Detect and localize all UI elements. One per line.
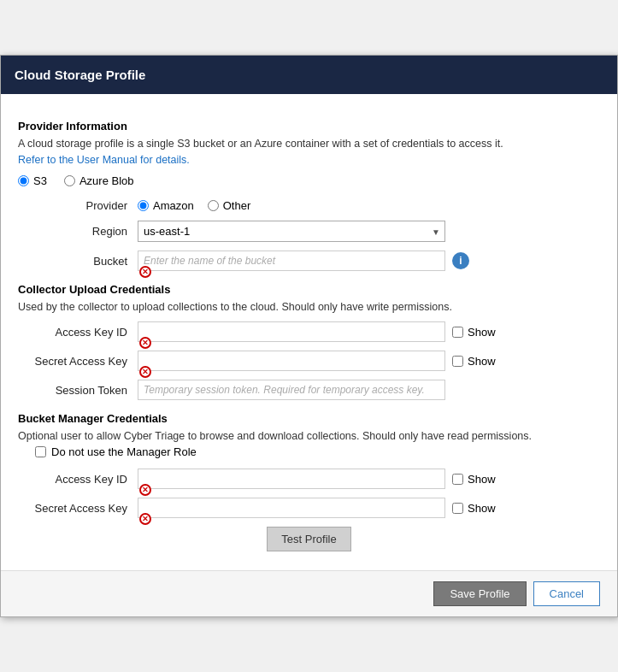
region-select-wrapper: us-east-1 us-east-2 us-west-1 us-west-2 … bbox=[138, 221, 445, 242]
manager-access-key-show-checkbox[interactable] bbox=[452, 474, 463, 485]
collector-secret-key-error-icon: ✕ bbox=[139, 366, 151, 378]
no-manager-row: Do not use the Manager Role bbox=[35, 445, 600, 458]
s3-radio-label[interactable]: S3 bbox=[18, 174, 47, 187]
region-label: Region bbox=[18, 225, 138, 238]
bucket-error-icon: ✕ bbox=[139, 266, 151, 278]
azure-radio[interactable] bbox=[64, 175, 75, 186]
manager-secret-key-error-icon: ✕ bbox=[139, 513, 151, 525]
save-profile-button[interactable]: Save Profile bbox=[433, 581, 526, 606]
no-manager-label[interactable]: Do not use the Manager Role bbox=[51, 445, 197, 458]
dialog-footer: Save Profile Cancel bbox=[1, 570, 617, 616]
manager-section: Bucket Manager Credentials Optional user… bbox=[18, 412, 600, 518]
amazon-radio[interactable] bbox=[138, 200, 149, 211]
collector-secret-key-wrapper: ✕ bbox=[138, 351, 445, 371]
region-row: Region us-east-1 us-east-2 us-west-1 us-… bbox=[18, 221, 600, 242]
manager-access-key-wrapper: ✕ bbox=[138, 469, 445, 489]
bucket-label: Bucket bbox=[18, 255, 138, 268]
test-profile-button[interactable]: Test Profile bbox=[267, 527, 350, 551]
manager-secret-key-label: Secret Access Key bbox=[18, 502, 138, 515]
collector-secret-key-show-group: Show bbox=[452, 355, 496, 368]
collector-access-key-show-label[interactable]: Show bbox=[468, 326, 496, 339]
manager-secret-key-input[interactable] bbox=[138, 498, 445, 518]
other-radio-label[interactable]: Other bbox=[208, 199, 251, 212]
collector-access-key-label: Access Key ID bbox=[18, 326, 138, 339]
session-token-wrapper bbox=[138, 380, 445, 400]
region-select[interactable]: us-east-1 us-east-2 us-west-1 us-west-2 … bbox=[138, 221, 445, 242]
azure-label: Azure Blob bbox=[79, 174, 134, 187]
collector-secret-key-label: Secret Access Key bbox=[18, 355, 138, 368]
test-profile-center: Test Profile bbox=[18, 527, 600, 551]
collector-secret-key-show-label[interactable]: Show bbox=[468, 355, 496, 368]
manager-access-key-label: Access Key ID bbox=[18, 473, 138, 486]
manager-secret-key-show-group: Show bbox=[452, 502, 496, 515]
manager-access-key-error-icon: ✕ bbox=[139, 484, 151, 496]
azure-radio-label[interactable]: Azure Blob bbox=[64, 174, 134, 187]
amazon-label: Amazon bbox=[153, 199, 194, 212]
manager-access-key-row: Access Key ID ✕ Show bbox=[18, 469, 600, 489]
provider-section: Provider Information A cloud storage pro… bbox=[18, 120, 600, 271]
manual-link[interactable]: Refer to the User Manual for details. bbox=[18, 154, 190, 166]
cancel-button[interactable]: Cancel bbox=[533, 581, 600, 606]
s3-label: S3 bbox=[33, 174, 47, 187]
session-token-input[interactable] bbox=[138, 380, 445, 400]
manager-secret-key-wrapper: ✕ bbox=[138, 498, 445, 518]
collector-access-key-show-group: Show bbox=[452, 326, 496, 339]
provider-description: A cloud storage profile is a single S3 b… bbox=[18, 138, 600, 150]
manager-access-key-show-label[interactable]: Show bbox=[468, 473, 496, 486]
session-token-row: Session Token bbox=[18, 380, 600, 400]
cloud-storage-profile-dialog: Cloud Storage Profile Provider Informati… bbox=[0, 55, 618, 617]
dialog-body: Provider Information A cloud storage pro… bbox=[1, 94, 617, 570]
bucket-input-wrapper: ✕ bbox=[138, 251, 445, 271]
collector-access-key-row: Access Key ID ✕ Show bbox=[18, 321, 600, 342]
other-label: Other bbox=[223, 199, 251, 212]
manager-secret-key-row: Secret Access Key ✕ Show bbox=[18, 498, 600, 518]
session-token-label: Session Token bbox=[18, 384, 138, 397]
manager-access-key-show-group: Show bbox=[452, 473, 496, 486]
provider-section-title: Provider Information bbox=[18, 120, 600, 133]
provider-radio-group: Amazon Other bbox=[138, 199, 445, 212]
collector-secret-key-show-checkbox[interactable] bbox=[452, 356, 463, 367]
storage-type-group: S3 Azure Blob bbox=[18, 174, 600, 187]
collector-secret-key-row: Secret Access Key ✕ Show bbox=[18, 351, 600, 371]
manager-secret-key-show-label[interactable]: Show bbox=[468, 502, 496, 515]
collector-description: Used by the collector to upload collecti… bbox=[18, 301, 600, 313]
collector-access-key-wrapper: ✕ bbox=[138, 321, 445, 342]
s3-radio[interactable] bbox=[18, 175, 29, 186]
provider-label: Provider bbox=[18, 199, 138, 212]
no-manager-checkbox[interactable] bbox=[35, 446, 46, 457]
collector-section: Collector Upload Credentials Used by the… bbox=[18, 283, 600, 400]
bucket-row: Bucket ✕ i bbox=[18, 251, 600, 271]
provider-row: Provider Amazon Other bbox=[18, 199, 600, 212]
collector-access-key-show-checkbox[interactable] bbox=[452, 327, 463, 338]
footer-buttons: Save Profile Cancel bbox=[433, 581, 600, 606]
dialog-title: Cloud Storage Profile bbox=[1, 56, 617, 94]
manager-access-key-input[interactable] bbox=[138, 469, 445, 489]
collector-secret-key-input[interactable] bbox=[138, 351, 445, 371]
manager-secret-key-show-checkbox[interactable] bbox=[452, 503, 463, 514]
collector-access-key-input[interactable] bbox=[138, 321, 445, 342]
other-radio[interactable] bbox=[208, 200, 219, 211]
manager-description: Optional user to allow Cyber Triage to b… bbox=[18, 430, 600, 442]
manager-section-title: Bucket Manager Credentials bbox=[18, 412, 600, 425]
bucket-input[interactable] bbox=[138, 251, 445, 271]
collector-section-title: Collector Upload Credentials bbox=[18, 283, 600, 296]
amazon-radio-label[interactable]: Amazon bbox=[138, 199, 194, 212]
bucket-info-icon[interactable]: i bbox=[452, 252, 469, 269]
collector-access-key-error-icon: ✕ bbox=[139, 337, 151, 349]
